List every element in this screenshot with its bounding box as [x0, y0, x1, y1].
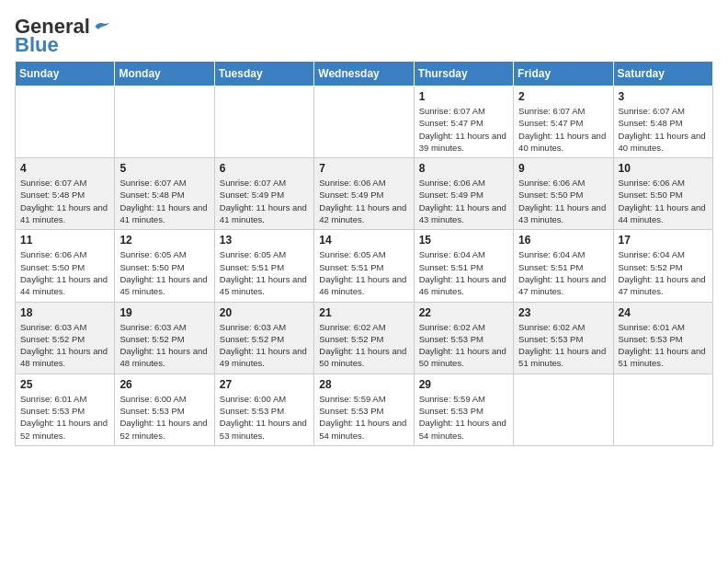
calendar-week-row: 1Sunrise: 6:07 AM Sunset: 5:47 PM Daylig…: [16, 86, 713, 158]
day-number: 28: [319, 378, 408, 391]
calendar-cell: 20Sunrise: 6:03 AM Sunset: 5:52 PM Dayli…: [214, 302, 313, 373]
day-info: Sunrise: 6:06 AM Sunset: 5:50 PM Dayligh…: [20, 248, 109, 297]
day-number: 14: [319, 234, 408, 247]
calendar-week-row: 4Sunrise: 6:07 AM Sunset: 5:48 PM Daylig…: [16, 158, 713, 230]
day-number: 9: [518, 162, 608, 175]
calendar-day-header: Monday: [115, 62, 214, 86]
day-info: Sunrise: 6:07 AM Sunset: 5:47 PM Dayligh…: [419, 105, 508, 154]
day-number: 22: [419, 306, 508, 319]
calendar-cell: 23Sunrise: 6:02 AM Sunset: 5:53 PM Dayli…: [514, 302, 613, 373]
logo: General Blue: [15, 15, 110, 57]
calendar-cell: 11Sunrise: 6:06 AM Sunset: 5:50 PM Dayli…: [16, 230, 115, 302]
calendar-week-row: 11Sunrise: 6:06 AM Sunset: 5:50 PM Dayli…: [16, 230, 713, 302]
calendar-cell: 27Sunrise: 6:00 AM Sunset: 5:53 PM Dayli…: [214, 373, 313, 445]
day-number: 29: [419, 378, 508, 391]
calendar-day-header: Sunday: [16, 62, 115, 86]
calendar-cell: 10Sunrise: 6:06 AM Sunset: 5:50 PM Dayli…: [613, 158, 712, 230]
day-info: Sunrise: 6:05 AM Sunset: 5:51 PM Dayligh…: [319, 248, 408, 297]
day-number: 16: [518, 234, 608, 247]
day-number: 10: [619, 162, 708, 175]
calendar-cell: 26Sunrise: 6:00 AM Sunset: 5:53 PM Dayli…: [115, 373, 214, 445]
day-number: 27: [220, 378, 309, 391]
calendar-cell: 8Sunrise: 6:06 AM Sunset: 5:49 PM Daylig…: [414, 158, 513, 230]
day-info: Sunrise: 6:07 AM Sunset: 5:49 PM Dayligh…: [220, 177, 309, 225]
calendar-cell: [514, 373, 613, 445]
day-info: Sunrise: 6:07 AM Sunset: 5:47 PM Dayligh…: [518, 105, 608, 154]
day-number: 23: [518, 306, 608, 319]
day-number: 18: [20, 306, 109, 319]
day-number: 5: [119, 162, 209, 175]
calendar-cell: [115, 86, 214, 158]
day-info: Sunrise: 6:06 AM Sunset: 5:50 PM Dayligh…: [619, 177, 708, 225]
day-number: 24: [619, 306, 708, 319]
day-info: Sunrise: 6:01 AM Sunset: 5:53 PM Dayligh…: [619, 321, 708, 370]
calendar-cell: [613, 373, 712, 445]
calendar-cell: 5Sunrise: 6:07 AM Sunset: 5:48 PM Daylig…: [115, 158, 214, 230]
calendar-day-header: Wednesday: [314, 62, 414, 86]
day-number: 11: [20, 234, 109, 247]
day-number: 2: [518, 90, 608, 103]
calendar-cell: [214, 86, 313, 158]
day-info: Sunrise: 6:07 AM Sunset: 5:48 PM Dayligh…: [119, 177, 209, 225]
day-number: 26: [119, 378, 209, 391]
calendar: SundayMondayTuesdayWednesdayThursdayFrid…: [15, 61, 713, 446]
day-number: 12: [119, 234, 209, 247]
calendar-cell: 14Sunrise: 6:05 AM Sunset: 5:51 PM Dayli…: [314, 230, 414, 302]
calendar-cell: 6Sunrise: 6:07 AM Sunset: 5:49 PM Daylig…: [214, 158, 313, 230]
calendar-cell: 3Sunrise: 6:07 AM Sunset: 5:48 PM Daylig…: [613, 86, 712, 158]
day-info: Sunrise: 6:03 AM Sunset: 5:52 PM Dayligh…: [20, 321, 109, 370]
calendar-day-header: Thursday: [414, 62, 513, 86]
day-number: 13: [220, 234, 309, 247]
day-number: 20: [220, 306, 309, 319]
calendar-cell: 28Sunrise: 5:59 AM Sunset: 5:53 PM Dayli…: [314, 373, 414, 445]
calendar-cell: 7Sunrise: 6:06 AM Sunset: 5:49 PM Daylig…: [314, 158, 414, 230]
day-info: Sunrise: 6:02 AM Sunset: 5:53 PM Dayligh…: [419, 321, 508, 370]
day-info: Sunrise: 6:00 AM Sunset: 5:53 PM Dayligh…: [119, 393, 209, 442]
calendar-cell: 13Sunrise: 6:05 AM Sunset: 5:51 PM Dayli…: [214, 230, 313, 302]
day-number: 7: [319, 162, 408, 175]
day-info: Sunrise: 6:00 AM Sunset: 5:53 PM Dayligh…: [220, 393, 309, 442]
day-info: Sunrise: 5:59 AM Sunset: 5:53 PM Dayligh…: [319, 393, 408, 442]
day-info: Sunrise: 6:03 AM Sunset: 5:52 PM Dayligh…: [119, 321, 209, 370]
calendar-cell: 1Sunrise: 6:07 AM Sunset: 5:47 PM Daylig…: [414, 86, 513, 158]
calendar-cell: 4Sunrise: 6:07 AM Sunset: 5:48 PM Daylig…: [16, 158, 115, 230]
day-info: Sunrise: 6:02 AM Sunset: 5:52 PM Dayligh…: [319, 321, 408, 370]
calendar-cell: 17Sunrise: 6:04 AM Sunset: 5:52 PM Dayli…: [613, 230, 712, 302]
logo-blue-text: Blue: [15, 33, 59, 57]
day-number: 17: [619, 234, 708, 247]
day-number: 19: [119, 306, 209, 319]
calendar-cell: 29Sunrise: 5:59 AM Sunset: 5:53 PM Dayli…: [414, 373, 513, 445]
day-number: 15: [419, 234, 508, 247]
day-info: Sunrise: 6:06 AM Sunset: 5:49 PM Dayligh…: [419, 177, 508, 225]
day-number: 1: [419, 90, 508, 103]
day-info: Sunrise: 6:05 AM Sunset: 5:51 PM Dayligh…: [220, 248, 309, 297]
day-number: 3: [619, 90, 708, 103]
header: General Blue: [15, 15, 713, 57]
calendar-header-row: SundayMondayTuesdayWednesdayThursdayFrid…: [16, 62, 713, 86]
calendar-day-header: Friday: [514, 62, 613, 86]
day-number: 21: [319, 306, 408, 319]
calendar-week-row: 25Sunrise: 6:01 AM Sunset: 5:53 PM Dayli…: [16, 373, 713, 445]
logo-bird-icon: [92, 20, 110, 33]
calendar-day-header: Tuesday: [214, 62, 313, 86]
day-number: 6: [220, 162, 309, 175]
calendar-cell: 16Sunrise: 6:04 AM Sunset: 5:51 PM Dayli…: [514, 230, 613, 302]
day-number: 4: [20, 162, 109, 175]
calendar-cell: 24Sunrise: 6:01 AM Sunset: 5:53 PM Dayli…: [613, 302, 712, 373]
calendar-week-row: 18Sunrise: 6:03 AM Sunset: 5:52 PM Dayli…: [16, 302, 713, 373]
day-info: Sunrise: 6:04 AM Sunset: 5:51 PM Dayligh…: [518, 248, 608, 297]
calendar-cell: 25Sunrise: 6:01 AM Sunset: 5:53 PM Dayli…: [16, 373, 115, 445]
day-info: Sunrise: 6:06 AM Sunset: 5:50 PM Dayligh…: [518, 177, 608, 225]
day-number: 25: [20, 378, 109, 391]
calendar-cell: 12Sunrise: 6:05 AM Sunset: 5:50 PM Dayli…: [115, 230, 214, 302]
calendar-cell: 15Sunrise: 6:04 AM Sunset: 5:51 PM Dayli…: [414, 230, 513, 302]
day-info: Sunrise: 6:03 AM Sunset: 5:52 PM Dayligh…: [220, 321, 309, 370]
calendar-cell: 2Sunrise: 6:07 AM Sunset: 5:47 PM Daylig…: [514, 86, 613, 158]
calendar-cell: [16, 86, 115, 158]
day-info: Sunrise: 6:05 AM Sunset: 5:50 PM Dayligh…: [119, 248, 209, 297]
calendar-cell: [314, 86, 414, 158]
calendar-cell: 9Sunrise: 6:06 AM Sunset: 5:50 PM Daylig…: [514, 158, 613, 230]
day-number: 8: [419, 162, 508, 175]
day-info: Sunrise: 6:07 AM Sunset: 5:48 PM Dayligh…: [619, 105, 708, 154]
day-info: Sunrise: 6:04 AM Sunset: 5:51 PM Dayligh…: [419, 248, 508, 297]
